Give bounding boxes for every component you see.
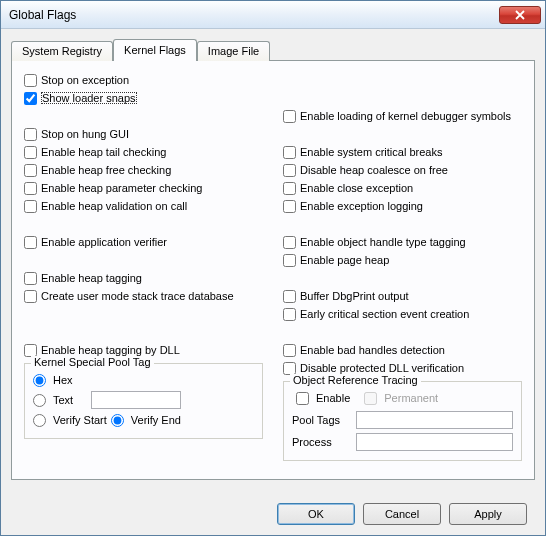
label-heap-tagging-by-dll: Enable heap tagging by DLL — [41, 344, 180, 356]
label-disable-heap-coalesce: Disable heap coalesce on free — [300, 164, 448, 176]
apply-button[interactable]: Apply — [449, 503, 527, 525]
label-stack-trace-db: Create user mode stack trace database — [41, 290, 234, 302]
checkbox-system-critical-breaks[interactable] — [283, 146, 296, 159]
groupbox-object-reference-tracing: Object Reference Tracing Enable Permanen… — [283, 381, 522, 461]
checkbox-bad-handles-detection[interactable] — [283, 344, 296, 357]
checkbox-heap-parameter-checking[interactable] — [24, 182, 37, 195]
label-ort-permanent: Permanent — [384, 392, 438, 404]
label-heap-free-checking: Enable heap free checking — [41, 164, 171, 176]
right-column: Enable loading of kernel debugger symbol… — [283, 71, 522, 461]
checkbox-stop-on-exception[interactable] — [24, 74, 37, 87]
label-verify-start: Verify Start — [53, 414, 107, 426]
tab-label: Image File — [208, 45, 259, 57]
label-heap-tail-checking: Enable heap tail checking — [41, 146, 166, 158]
checkbox-disable-protected-dll-verif[interactable] — [283, 362, 296, 375]
button-label: Apply — [474, 508, 502, 520]
close-button[interactable] — [499, 6, 541, 24]
checkbox-heap-tail-checking[interactable] — [24, 146, 37, 159]
label-buffer-dbgprint: Buffer DbgPrint output — [300, 290, 409, 302]
label-stop-on-exception: Stop on exception — [41, 74, 129, 86]
label-hex: Hex — [53, 374, 87, 386]
radio-verify-end[interactable] — [111, 414, 124, 427]
checkbox-heap-validation-on-call[interactable] — [24, 200, 37, 213]
checkbox-page-heap[interactable] — [283, 254, 296, 267]
checkbox-heap-tagging-by-dll[interactable] — [24, 344, 37, 357]
checkbox-object-handle-type-tagging[interactable] — [283, 236, 296, 249]
checkbox-load-kernel-dbg-symbols[interactable] — [283, 110, 296, 123]
tab-image-file[interactable]: Image File — [197, 41, 270, 61]
label-system-critical-breaks: Enable system critical breaks — [300, 146, 442, 158]
checkbox-heap-free-checking[interactable] — [24, 164, 37, 177]
label-exception-logging: Enable exception logging — [300, 200, 423, 212]
tab-kernel-flags[interactable]: Kernel Flags — [113, 39, 197, 61]
button-label: OK — [308, 508, 324, 520]
label-show-loader-snaps: Show loader snaps — [41, 92, 137, 104]
label-heap-tagging: Enable heap tagging — [41, 272, 142, 284]
cancel-button[interactable]: Cancel — [363, 503, 441, 525]
checkbox-close-exception[interactable] — [283, 182, 296, 195]
radio-verify-start[interactable] — [33, 414, 46, 427]
label-pool-tags: Pool Tags — [292, 414, 350, 426]
label-process: Process — [292, 436, 350, 448]
legend-object-ref: Object Reference Tracing — [290, 374, 421, 386]
input-process[interactable] — [356, 433, 513, 451]
tab-label: System Registry — [22, 45, 102, 57]
left-column: Stop on exception Show loader snaps Stop… — [24, 71, 263, 461]
focused-label: Show loader snaps — [41, 92, 137, 104]
checkbox-show-loader-snaps[interactable] — [24, 92, 37, 105]
radio-hex[interactable] — [33, 374, 46, 387]
window-title: Global Flags — [9, 8, 499, 22]
label-heap-validation-on-call: Enable heap validation on call — [41, 200, 187, 212]
label-stop-on-hung-gui: Stop on hung GUI — [41, 128, 129, 140]
label-ort-enable: Enable — [316, 392, 350, 404]
label-verify-end: Verify End — [131, 414, 181, 426]
button-bar: OK Cancel Apply — [277, 503, 527, 525]
titlebar: Global Flags — [1, 1, 545, 29]
label-page-heap: Enable page heap — [300, 254, 389, 266]
checkbox-heap-tagging[interactable] — [24, 272, 37, 285]
close-icon — [515, 10, 525, 20]
checkbox-ort-permanent — [364, 392, 377, 405]
tab-system-registry[interactable]: System Registry — [11, 41, 113, 61]
checkbox-ort-enable[interactable] — [296, 392, 309, 405]
tabpanel-kernel-flags: Stop on exception Show loader snaps Stop… — [11, 60, 535, 480]
label-disable-protected-dll-verif: Disable protected DLL verification — [300, 362, 464, 374]
label-application-verifier: Enable application verifier — [41, 236, 167, 248]
radio-text[interactable] — [33, 394, 46, 407]
checkbox-buffer-dbgprint[interactable] — [283, 290, 296, 303]
checkbox-stack-trace-db[interactable] — [24, 290, 37, 303]
label-heap-parameter-checking: Enable heap parameter checking — [41, 182, 202, 194]
input-pool-tags[interactable] — [356, 411, 513, 429]
label-early-critical-section: Early critical section event creation — [300, 308, 469, 320]
content: System Registry Kernel Flags Image File … — [1, 29, 545, 488]
label-bad-handles-detection: Enable bad handles detection — [300, 344, 445, 356]
window: Global Flags System Registry Kernel Flag… — [0, 0, 546, 536]
tabstrip: System Registry Kernel Flags Image File … — [11, 41, 535, 480]
legend-kernel-pool: Kernel Special Pool Tag — [31, 356, 154, 368]
checkbox-disable-heap-coalesce[interactable] — [283, 164, 296, 177]
groupbox-kernel-special-pool-tag: Kernel Special Pool Tag Hex Text Verify … — [24, 363, 263, 439]
checkbox-early-critical-section[interactable] — [283, 308, 296, 321]
ok-button[interactable]: OK — [277, 503, 355, 525]
label-load-kernel-dbg-symbols: Enable loading of kernel debugger symbol… — [300, 110, 511, 122]
button-label: Cancel — [385, 508, 419, 520]
checkbox-stop-on-hung-gui[interactable] — [24, 128, 37, 141]
input-pool-tag-value[interactable] — [91, 391, 181, 409]
label-object-handle-type-tagging: Enable object handle type tagging — [300, 236, 466, 248]
label-close-exception: Enable close exception — [300, 182, 413, 194]
label-text: Text — [53, 394, 87, 406]
checkbox-application-verifier[interactable] — [24, 236, 37, 249]
checkbox-exception-logging[interactable] — [283, 200, 296, 213]
tab-label: Kernel Flags — [124, 44, 186, 56]
